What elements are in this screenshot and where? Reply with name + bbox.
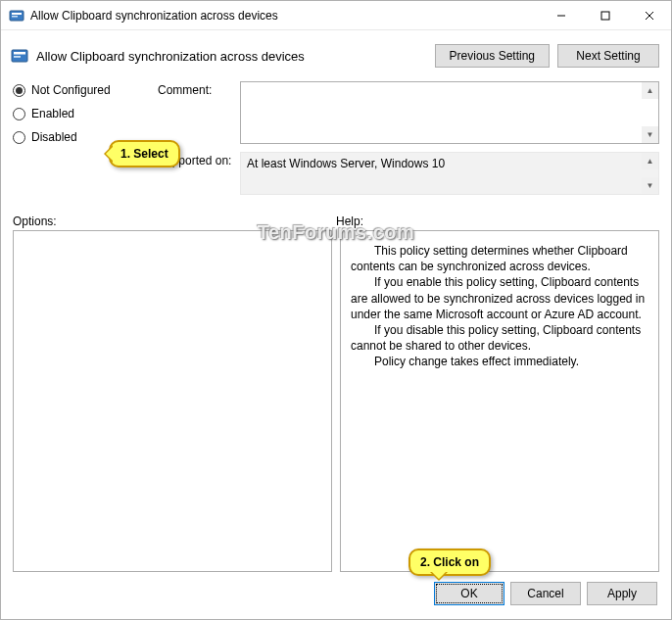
radio-label: Enabled: [31, 107, 74, 120]
config-row: Not Configured Enabled Disabled Comment:…: [13, 81, 659, 203]
scroll-up-icon[interactable]: ▲: [642, 153, 658, 169]
radio-label: Not Configured: [31, 83, 111, 97]
svg-rect-1: [12, 13, 22, 15]
help-paragraph: This policy setting determines whether C…: [351, 243, 648, 274]
supported-row: Supported on: At least Windows Server, W…: [158, 152, 659, 195]
supported-value: At least Windows Server, Windows 10: [247, 157, 445, 170]
minimize-button[interactable]: [539, 1, 583, 29]
svg-rect-8: [14, 52, 25, 55]
help-paragraph: If you enable this policy setting, Clipb…: [351, 274, 648, 322]
options-panel: [13, 230, 332, 572]
radio-circle-icon: [13, 131, 25, 144]
window-title: Allow Clipboard synchronization across d…: [30, 9, 539, 23]
previous-setting-button[interactable]: Previous Setting: [435, 44, 550, 68]
radio-label: Disabled: [31, 130, 77, 144]
scroll-up-icon[interactable]: ▲: [642, 82, 658, 99]
comment-row: Comment: ▲ ▼: [158, 81, 659, 144]
svg-rect-4: [601, 12, 609, 20]
radio-circle-icon: [13, 108, 25, 120]
close-button[interactable]: [627, 1, 671, 29]
window-controls: [539, 1, 671, 29]
dialog-window: Allow Clipboard synchronization across d…: [0, 0, 672, 620]
options-label: Options:: [13, 215, 336, 228]
footer-buttons: OK Cancel Apply: [15, 582, 657, 605]
radio-enabled[interactable]: Enabled: [13, 107, 158, 120]
radio-circle-icon: [13, 84, 25, 97]
app-icon: [9, 8, 24, 24]
scroll-down-icon[interactable]: ▼: [642, 177, 658, 194]
scroll-down-icon[interactable]: ▼: [642, 126, 658, 143]
help-label: Help:: [336, 215, 363, 228]
annotation-callout-2: 2. Click on: [408, 548, 491, 576]
comment-label: Comment:: [158, 81, 240, 97]
supported-display: At least Windows Server, Windows 10 ▲ ▼: [240, 152, 659, 195]
help-panel: This policy setting determines whether C…: [340, 230, 659, 572]
fields-col: Comment: ▲ ▼ Supported on: At least Wind…: [158, 81, 659, 203]
apply-button[interactable]: Apply: [587, 582, 657, 605]
cancel-button[interactable]: Cancel: [510, 582, 581, 605]
scroll-arrows: ▲ ▼: [642, 82, 658, 143]
panel-labels: Options: Help:: [13, 215, 659, 228]
nav-buttons: Previous Setting Next Setting: [435, 44, 659, 68]
header-row: Allow Clipboard synchronization across d…: [11, 44, 663, 68]
dialog-content: Allow Clipboard synchronization across d…: [1, 30, 671, 619]
help-paragraph: If you disable this policy setting, Clip…: [351, 322, 648, 354]
radio-not-configured[interactable]: Not Configured: [13, 83, 158, 97]
scroll-arrows: ▲ ▼: [642, 153, 658, 194]
maximize-button[interactable]: [583, 1, 627, 29]
annotation-callout-1: 1. Select: [109, 140, 180, 167]
titlebar: Allow Clipboard synchronization across d…: [1, 1, 671, 30]
policy-title: Allow Clipboard synchronization across d…: [36, 49, 435, 64]
svg-rect-2: [12, 16, 18, 18]
policy-icon: [11, 47, 28, 65]
svg-rect-9: [14, 56, 21, 58]
panels-row: This policy setting determines whether C…: [13, 230, 659, 572]
comment-textarea[interactable]: ▲ ▼: [240, 81, 659, 144]
next-setting-button[interactable]: Next Setting: [557, 44, 659, 68]
help-paragraph: Policy change takes effect immediately.: [351, 354, 648, 369]
